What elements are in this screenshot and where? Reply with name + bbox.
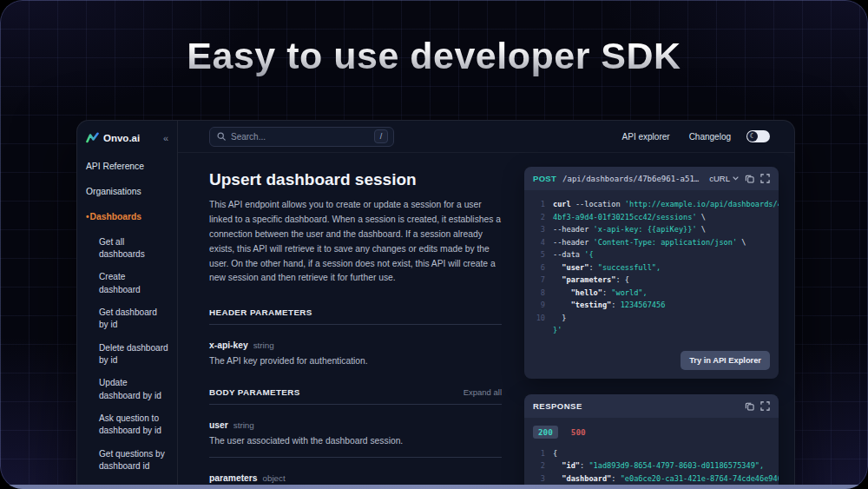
sidebar-subitem-get-questions-by-dashboard-id[interactable]: Get questions by dashboard id (99, 448, 168, 473)
search-icon (217, 132, 226, 141)
sidebar-subitem-create-dashboard[interactable]: Create dashboard (99, 271, 168, 296)
request-panel-header: POST /api/dashboards/47b6e961-a51c-4bf3-… (524, 167, 779, 190)
hero-title: Easy to use developer SDK (0, 35, 868, 77)
status-tab-200[interactable]: 200 (533, 426, 558, 439)
response-panel-header: RESPONSE (524, 394, 779, 418)
docs-app-window: Onvo.ai « API ReferenceOrganisations•Das… (76, 120, 795, 489)
code-line: }' (531, 324, 770, 337)
code-text: "dashboard": "e0a6ce20-ca31-421e-8764-74… (553, 472, 779, 486)
section-title: HEADER PARAMETERS (209, 307, 312, 317)
param-head: x-api-keystring (209, 336, 502, 352)
sidebar-subitem-get-all-dashboards[interactable]: Get all dashboards (99, 236, 168, 261)
bottom-edge-glow (0, 485, 868, 489)
code-line: 9 "testing": 1234567456 (531, 299, 770, 312)
sidebar-item-organisations[interactable]: Organisations (86, 186, 168, 198)
line-number: 3 (531, 472, 545, 486)
line-number: 4 (531, 236, 545, 249)
code-text: --data '{ (553, 248, 594, 261)
line-number: 3 (531, 223, 545, 236)
code-text: } (553, 312, 567, 325)
fullscreen-icon[interactable] (760, 401, 770, 411)
code-line: 1{ (531, 447, 770, 460)
onvo-logo-icon (86, 132, 99, 143)
sidebar-subitem-get-dashboard-by-id[interactable]: Get dashboard by id (99, 307, 168, 332)
code-line: 1curl --location 'http://example.io/api/… (531, 198, 770, 211)
request-panel: POST /api/dashboards/47b6e961-a51c-4bf3-… (524, 167, 779, 379)
sidebar-collapse-button[interactable]: « (163, 133, 168, 143)
sidebar-subitem-ask-question-to-dashboard-by-id[interactable]: Ask question to dashboard by id (99, 413, 168, 438)
status-tab-500[interactable]: 500 (571, 427, 586, 437)
line-number: 6 (531, 261, 545, 274)
sidebar-item-api-reference[interactable]: API Reference (86, 161, 168, 173)
sidebar-nav: API ReferenceOrganisations•DashboardsGet… (86, 161, 168, 489)
param-row-x-api-key: x-api-keystringThe API key provided for … (209, 336, 502, 366)
code-text: curl --location 'http://example.io/api/d… (553, 198, 779, 211)
line-number: 2 (531, 459, 545, 472)
divider (209, 404, 502, 405)
moon-icon: ☾ (747, 131, 758, 142)
param-name: user (209, 420, 228, 430)
sidebar-item-dashboards[interactable]: •Dashboards (86, 211, 168, 223)
chevron-down-icon (733, 176, 739, 181)
code-text: { (553, 447, 557, 460)
sidebar-item-label: Dashboards (90, 212, 142, 221)
line-number: 8 (531, 287, 545, 300)
screenshot-frame: Easy to use developer SDK Onvo.ai « API … (0, 0, 868, 489)
line-number: 1 (531, 447, 545, 460)
search-shortcut-badge: / (374, 129, 388, 143)
logo-text: Onvo.ai (103, 133, 140, 143)
dark-mode-toggle[interactable]: ☾ (746, 130, 770, 142)
code-column: POST /api/dashboards/47b6e961-a51c-4bf3-… (524, 153, 779, 489)
param-name: x-api-key (209, 340, 248, 350)
response-status-tabs: 200500 (524, 418, 779, 445)
sidebar-item-label: API Reference (86, 162, 144, 171)
line-number: 2 (531, 211, 545, 224)
response-title: RESPONSE (533, 401, 739, 411)
code-line: 5--data '{ (531, 248, 770, 261)
code-line: 24bf3-a9d4-01f30215cc42/sessions' \ (531, 211, 770, 224)
logo: Onvo.ai « (86, 132, 168, 143)
line-number: 7 (531, 274, 545, 287)
code-line: 3--header 'x-api-key: {{apiKey}}' \ (531, 223, 770, 236)
expand-all-button[interactable]: Expand all (464, 387, 502, 397)
main-area: Search... / API explorer Changelog ☾ Ups… (178, 121, 794, 489)
search-placeholder: Search... (231, 132, 266, 142)
sidebar-item-label: Organisations (86, 187, 141, 196)
param-name: parameters (209, 473, 258, 483)
language-dropdown[interactable]: cURL (709, 174, 739, 183)
line-number: 1 (531, 198, 545, 211)
code-line: 2 "id": "1ad893d9-8654-4797-8603-d011865… (531, 459, 770, 472)
content: Upsert dashboard session This API endpoi… (178, 153, 794, 489)
code-text: }' (553, 324, 562, 337)
param-description: The user associated with the dashboard s… (209, 436, 502, 446)
code-text: "parameters": { (553, 274, 629, 287)
try-in-api-explorer-button[interactable]: Try in API Explorer (681, 351, 770, 370)
divider (209, 457, 502, 458)
response-code-block: 200500 1{2 "id": "1ad893d9-8654-4797-860… (524, 418, 779, 489)
code-text: "id": "1ad893d9-8654-4797-8603-d01186575… (553, 459, 764, 472)
copy-icon[interactable] (745, 401, 754, 411)
try-row: Try in API Explorer (531, 351, 770, 370)
param-head: userstring (209, 416, 502, 432)
code-text: --header 'x-api-key: {{apiKey}}' \ (553, 223, 706, 236)
code-line: 8 "hello": "world", (531, 287, 770, 300)
topbar: Search... / API explorer Changelog ☾ (178, 121, 794, 153)
body-parameters-heading: BODY PARAMETERS Expand all (209, 387, 502, 397)
copy-icon[interactable] (745, 174, 754, 183)
fullscreen-icon[interactable] (760, 174, 770, 183)
changelog-link[interactable]: Changelog (689, 132, 731, 142)
request-code-block: 1curl --location 'http://example.io/api/… (524, 190, 779, 379)
code-text: "hello": "world", (553, 287, 648, 300)
code-text: --header 'Content-Type: application/json… (553, 236, 746, 249)
param-row-user: userstringThe user associated with the d… (209, 416, 502, 446)
code-text: "testing": 1234567456 (553, 299, 665, 312)
sidebar-subitem-delete-dashboard-by-id[interactable]: Delete dashboard by id (99, 342, 168, 367)
api-explorer-link[interactable]: API explorer (622, 132, 670, 142)
line-number (531, 324, 545, 337)
language-label: cURL (709, 174, 730, 183)
sidebar-subitem-update-dashboard-by-id[interactable]: Update dashboard by id (99, 377, 168, 402)
section-title: BODY PARAMETERS (209, 387, 300, 397)
param-head: parametersobject (209, 469, 502, 485)
active-bullet: • (86, 212, 89, 221)
search-input[interactable]: Search... / (209, 127, 394, 147)
